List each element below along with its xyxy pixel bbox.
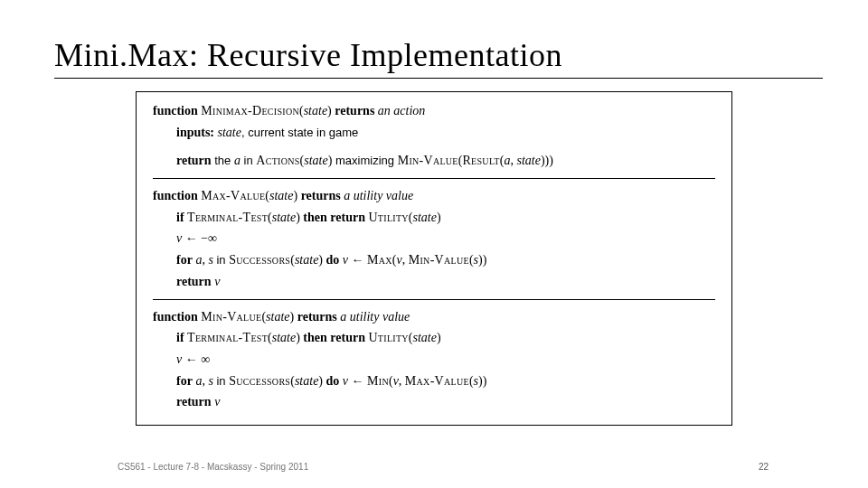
slide-footer: CS561 - Lecture 7-8 - Macskassy - Spring… xyxy=(0,462,868,472)
fn2-name: Max-Value xyxy=(201,189,265,202)
fn1-return: return the a in Actions(state) maximizin… xyxy=(153,151,715,171)
divider xyxy=(153,178,715,179)
slide: Mini.Max: Recursive Implementation funct… xyxy=(0,0,868,488)
actions-call: Actions xyxy=(256,154,299,167)
kw-function: function xyxy=(153,104,198,117)
fn3-init: v ← ∞ xyxy=(153,350,715,370)
fn3-name: Min-Value xyxy=(201,310,261,324)
fn2-if: if Terminal-Test(state) then return Util… xyxy=(153,208,715,228)
fn3-return: return v xyxy=(153,392,715,412)
page-number: 22 xyxy=(759,462,769,472)
footer-text: CS561 - Lecture 7-8 - Macskassy - Spring… xyxy=(118,462,308,472)
result-call: Result xyxy=(462,154,499,167)
min-value-call: Min-Value xyxy=(398,154,458,167)
fn1-inputs: inputs: state, current state in game xyxy=(153,123,715,143)
fn2-return: return v xyxy=(153,272,715,292)
fn1-arg: state xyxy=(304,104,327,117)
kw-inputs: inputs: xyxy=(176,126,214,139)
slide-title: Mini.Max: Recursive Implementation xyxy=(54,36,823,79)
fn3-sig: function Min-Value(state) returns a util… xyxy=(153,307,715,327)
fn1-ret: an action xyxy=(378,104,426,117)
fn1-name: Minimax-Decision xyxy=(201,104,299,117)
fn2-init: v ← −∞ xyxy=(153,229,715,249)
fn2-for: for a, s in Successors(state) do v ← Max… xyxy=(153,250,715,270)
divider xyxy=(153,299,715,300)
pseudocode-box: function Minimax-Decision(state) returns… xyxy=(136,91,732,426)
fn2-sig: function Max-Value(state) returns a util… xyxy=(153,186,715,206)
fn3-if: if Terminal-Test(state) then return Util… xyxy=(153,328,715,348)
kw-returns: returns xyxy=(335,104,374,117)
fn1-sig: function Minimax-Decision(state) returns… xyxy=(153,101,715,121)
fn3-for: for a, s in Successors(state) do v ← Min… xyxy=(153,371,715,391)
